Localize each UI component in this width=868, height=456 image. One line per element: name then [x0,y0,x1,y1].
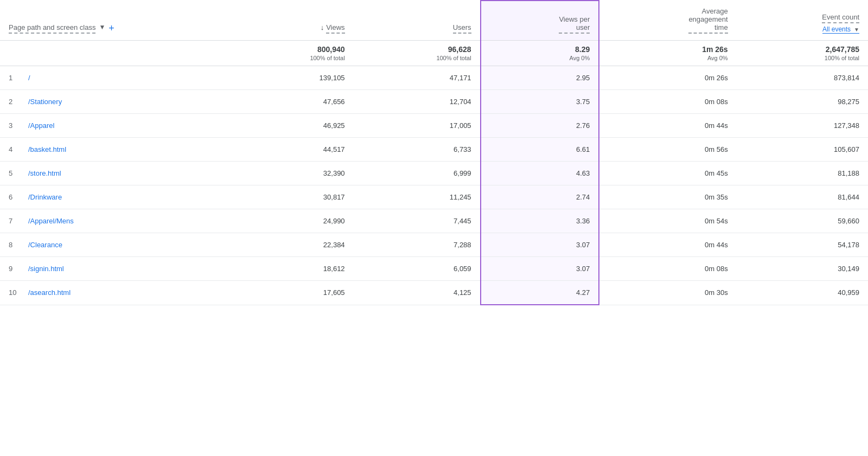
page-path: /basket.html [28,145,66,153]
row-users: 6,059 [354,257,481,281]
row-views-per-user: 4.27 [481,281,599,305]
row-views: 18,612 [228,257,354,281]
row-dimension-cell[interactable]: 10/asearch.html [0,281,228,305]
row-avg-engagement: 0m 08s [599,90,736,114]
page-path: /store.html [28,169,61,177]
row-event-count: 81,188 [737,162,868,185]
page-path: /Drinkware [28,193,62,201]
totals-users-cell: 96,628 100% of total [354,41,481,66]
row-event-count: 127,348 [737,114,868,138]
row-views-per-user: 3.75 [481,90,599,114]
row-event-count: 54,178 [737,233,868,257]
row-number: 1 [9,74,20,82]
row-views-per-user: 3.36 [481,209,599,233]
totals-views-value: 800,940 [237,45,345,54]
row-dimension-cell[interactable]: 3/Apparel [0,114,228,138]
table-row: 1/139,10547,1712.950m 26s873,814 [0,66,868,90]
page-path: / [28,74,30,82]
row-dimension-cell[interactable]: 1/ [0,66,228,90]
row-views: 47,656 [228,90,354,114]
page-path: /Stationery [28,98,62,106]
row-views-per-user: 2.76 [481,114,599,138]
dimension-header-label[interactable]: Page path and screen class [9,23,95,34]
table-row: 3/Apparel46,92517,0052.760m 44s127,348 [0,114,868,138]
totals-users-value: 96,628 [362,45,471,54]
totals-event-count-cell: 2,647,785 100% of total [737,41,868,66]
row-avg-engagement: 0m 08s [599,257,736,281]
totals-avg-engagement-sub: Avg 0% [608,55,727,61]
users-header-label[interactable]: Users [453,23,471,34]
row-dimension-cell[interactable]: 6/Drinkware [0,185,228,209]
row-number: 10 [9,288,20,297]
row-dimension-cell[interactable]: 4/basket.html [0,138,228,162]
dimension-header: Page path and screen class ▼ + [0,1,228,41]
row-views-per-user: 2.74 [481,185,599,209]
row-event-count: 30,149 [737,257,868,281]
row-dimension-cell[interactable]: 7/Apparel/Mens [0,209,228,233]
page-path: /Apparel/Mens [28,217,74,225]
dimension-dropdown-icon[interactable]: ▼ [99,23,105,31]
row-users: 17,005 [354,114,481,138]
add-dimension-button[interactable]: + [108,23,114,33]
row-dimension-cell[interactable]: 2/Stationery [0,90,228,114]
page-path: /Apparel [28,121,54,130]
totals-event-count-value: 2,647,785 [745,45,859,54]
analytics-table-container: Page path and screen class ▼ + ↓Views Us… [0,0,868,456]
row-number: 8 [9,241,20,249]
totals-users-sub: 100% of total [362,55,471,61]
totals-avg-engagement-cell: 1m 26s Avg 0% [599,41,736,66]
row-users: 4,125 [354,281,481,305]
table-row: 7/Apparel/Mens24,9907,4453.360m 54s59,66… [0,209,868,233]
page-path: /signin.html [28,265,64,273]
row-event-count: 81,644 [737,185,868,209]
users-header: Users [354,1,481,41]
row-dimension-cell[interactable]: 5/store.html [0,162,228,185]
row-event-count: 40,959 [737,281,868,305]
row-users: 11,245 [354,185,481,209]
sort-arrow-icon: ↓ [321,23,324,31]
row-number: 3 [9,121,20,130]
views-per-user-header: Views peruser [481,1,599,41]
totals-views-per-user-cell: 8.29 Avg 0% [481,41,599,66]
table-row: 10/asearch.html17,6054,1254.270m 30s40,9… [0,281,868,305]
row-views-per-user: 6.61 [481,138,599,162]
views-header-label[interactable]: Views [326,23,344,34]
totals-dimension-cell [0,41,228,66]
totals-views-per-user-value: 8.29 [490,45,590,54]
row-users: 6,999 [354,162,481,185]
views-per-user-header-label: Views peruser [559,15,590,34]
row-users: 47,171 [354,66,481,90]
views-header: ↓Views [228,1,354,41]
page-path: /Clearance [28,241,62,249]
row-views: 24,990 [228,209,354,233]
row-views: 46,925 [228,114,354,138]
row-number: 4 [9,145,20,153]
row-number: 7 [9,217,20,225]
row-avg-engagement: 0m 56s [599,138,736,162]
table-row: 5/store.html32,3906,9994.630m 45s81,188 [0,162,868,185]
row-dimension-cell[interactable]: 8/Clearance [0,233,228,257]
event-count-header: Event count All events ▼ [737,1,868,41]
row-number: 2 [9,98,20,106]
event-count-header-label: Event count [822,13,859,23]
row-views: 17,605 [228,281,354,305]
row-views: 22,384 [228,233,354,257]
page-path: /asearch.html [28,288,71,297]
row-avg-engagement: 0m 35s [599,185,736,209]
row-users: 7,288 [354,233,481,257]
row-views: 44,517 [228,138,354,162]
row-users: 7,445 [354,209,481,233]
all-events-dropdown-icon: ▼ [854,27,859,33]
row-avg-engagement: 0m 30s [599,281,736,305]
row-views-per-user: 2.95 [481,66,599,90]
table-row: 9/signin.html18,6126,0593.070m 08s30,149 [0,257,868,281]
row-avg-engagement: 0m 44s [599,114,736,138]
row-dimension-cell[interactable]: 9/signin.html [0,257,228,281]
all-events-dropdown[interactable]: All events ▼ [822,25,859,34]
totals-avg-engagement-value: 1m 26s [608,45,727,54]
totals-event-count-sub: 100% of total [745,55,859,61]
avg-engagement-header-label: Average engagement time [688,7,727,34]
analytics-table: Page path and screen class ▼ + ↓Views Us… [0,0,868,305]
row-number: 5 [9,169,20,177]
row-users: 12,704 [354,90,481,114]
